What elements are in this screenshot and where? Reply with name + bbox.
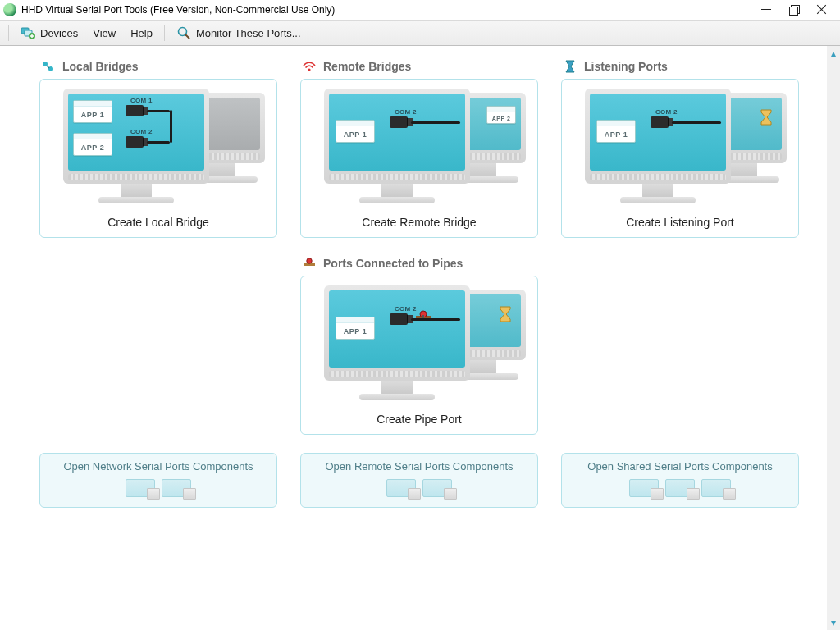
- app2-label-back: APP 2: [487, 113, 515, 123]
- section-title-listening: Listening Ports: [584, 60, 668, 73]
- scroll-up-icon[interactable]: ▴: [827, 46, 840, 61]
- open-shared-components-card[interactable]: Open Shared Serial Ports Components: [561, 453, 799, 508]
- com1-label: COM 1: [130, 97, 153, 104]
- section-title-local: Local Bridges: [62, 60, 139, 73]
- window-title: HHD Virtual Serial Port Tools (Free Vers…: [21, 4, 335, 16]
- open-remote-components-card[interactable]: Open Remote Serial Ports Components: [300, 453, 538, 508]
- scroll-down-icon[interactable]: ▾: [827, 615, 840, 630]
- create-local-bridge-card[interactable]: APP 1 APP 2 COM 1 COM 2: [39, 79, 277, 238]
- devices-icon: [21, 25, 35, 40]
- app1-label-listen: APP 1: [597, 127, 635, 142]
- vertical-scrollbar[interactable]: ▴ ▾: [827, 46, 840, 630]
- listening-port-illustration: APP 1 COM 2: [567, 84, 793, 208]
- app2-label: APP 2: [74, 140, 112, 155]
- remote-bridge-illustration: APP 2 APP 1 COM 2: [306, 84, 532, 208]
- app1-label: APP 1: [74, 107, 112, 122]
- open-network-components-card[interactable]: Open Network Serial Ports Components: [39, 453, 277, 508]
- toolbar: Devices View Help Monitor These Ports...: [0, 20, 840, 46]
- create-pipe-port-label: Create Pipe Port: [306, 413, 532, 426]
- network-components-icons: [45, 479, 272, 497]
- local-bridge-illustration: APP 1 APP 2 COM 1 COM 2: [45, 84, 272, 208]
- svg-point-6: [308, 68, 310, 71]
- open-shared-components-label: Open Shared Serial Ports Components: [567, 460, 793, 472]
- app-icon: [3, 3, 16, 16]
- com2-label-remote: COM 2: [395, 108, 417, 116]
- devices-menu[interactable]: Devices: [14, 24, 84, 42]
- monitor-ports-label: Monitor These Ports...: [196, 27, 301, 39]
- com2-label: COM 2: [130, 128, 153, 135]
- window-controls: [761, 5, 837, 15]
- start-page: Local Bridges APP 1 APP 2 COM 1: [0, 46, 827, 630]
- create-remote-bridge-label: Create Remote Bridge: [306, 216, 532, 229]
- title-bar: HHD Virtual Serial Port Tools (Free Vers…: [0, 0, 840, 20]
- section-title-pipes: Ports Connected to Pipes: [323, 257, 463, 270]
- svg-point-8: [307, 258, 312, 263]
- app1-label-remote: APP 1: [336, 127, 374, 142]
- section-header-local: Local Bridges: [41, 59, 277, 74]
- local-bridges-icon: [41, 59, 56, 74]
- maximize-button[interactable]: [789, 5, 799, 15]
- close-button[interactable]: [817, 5, 827, 15]
- pipes-icon: [302, 256, 317, 271]
- com2-label-pipe: COM 2: [395, 305, 417, 313]
- section-header-remote: Remote Bridges: [302, 59, 538, 74]
- section-header-listening: Listening Ports: [563, 59, 799, 74]
- com2-label-listen: COM 2: [655, 108, 678, 116]
- create-pipe-port-card[interactable]: APP 1 COM 2 Create Pipe Port: [300, 276, 538, 435]
- help-menu[interactable]: Help: [124, 25, 159, 41]
- monitor-ports-button[interactable]: Monitor These Ports...: [170, 24, 308, 42]
- view-menu[interactable]: View: [86, 25, 122, 41]
- devices-label: Devices: [40, 27, 78, 39]
- create-remote-bridge-card[interactable]: APP 2 APP 1 COM 2 Create Remo: [300, 79, 538, 238]
- open-remote-components-label: Open Remote Serial Ports Components: [306, 460, 532, 472]
- search-icon: [176, 25, 191, 40]
- svg-point-5: [48, 66, 53, 71]
- section-header-pipes: Ports Connected to Pipes: [302, 256, 538, 271]
- pipe-port-illustration: APP 1 COM 2: [306, 281, 532, 404]
- create-listening-port-label: Create Listening Port: [567, 216, 793, 229]
- listening-ports-icon: [563, 59, 578, 74]
- open-network-components-label: Open Network Serial Ports Components: [45, 460, 272, 472]
- remote-bridges-icon: [302, 59, 317, 74]
- section-title-remote: Remote Bridges: [323, 60, 411, 73]
- create-listening-port-card[interactable]: APP 1 COM 2 Create Listening Port: [561, 79, 799, 238]
- create-local-bridge-label: Create Local Bridge: [45, 216, 272, 229]
- view-label: View: [93, 27, 116, 39]
- app1-label-pipe: APP 1: [336, 324, 374, 339]
- minimize-button[interactable]: [761, 5, 771, 15]
- help-label: Help: [130, 27, 153, 39]
- shared-components-icons: [567, 479, 793, 497]
- remote-components-icons: [306, 479, 532, 497]
